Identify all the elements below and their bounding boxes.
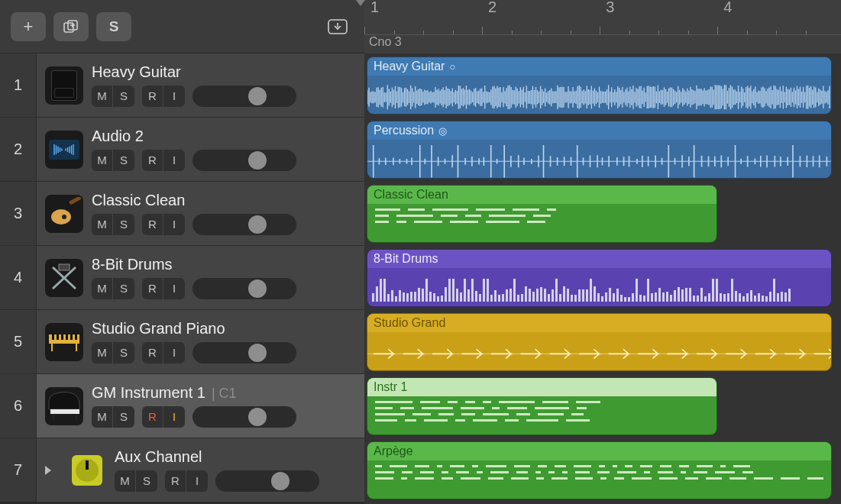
- region-header: Studio Grand: [367, 314, 831, 332]
- track-name[interactable]: Heavy Guitar: [92, 63, 181, 81]
- region[interactable]: 8-Bit Drums: [367, 249, 832, 307]
- mute-button[interactable]: M: [92, 278, 113, 299]
- timeline-ruler[interactable]: 1234 Cno 3: [364, 0, 841, 53]
- track-lane[interactable]: Classic Clean: [364, 182, 841, 246]
- track-icon[interactable]: [60, 438, 115, 502]
- solo-button[interactable]: S: [113, 86, 134, 107]
- region-content: [367, 268, 831, 306]
- track-header[interactable]: 2 Audio 2 M S R I: [0, 118, 364, 182]
- solo-button[interactable]: S: [113, 214, 134, 235]
- solo-button[interactable]: S: [113, 278, 134, 299]
- track-name[interactable]: Aux Channel: [115, 448, 202, 466]
- mute-button[interactable]: M: [92, 406, 113, 428]
- track-header[interactable]: 3 Classic Clean M S R I: [0, 182, 364, 246]
- track-name[interactable]: GM Instrument 1: [92, 384, 205, 402]
- track-icon[interactable]: [37, 310, 92, 373]
- catch-playhead-button[interactable]: [322, 15, 354, 39]
- record-enable-button[interactable]: R: [142, 342, 163, 363]
- record-input-group: R I: [142, 406, 185, 428]
- input-monitor-button[interactable]: I: [163, 278, 185, 299]
- track-number: 3: [0, 182, 37, 245]
- region-header: Arpège: [367, 442, 831, 460]
- add-track-button[interactable]: +: [11, 12, 46, 41]
- record-enable-button[interactable]: R: [142, 86, 163, 107]
- track-header[interactable]: 7 Aux Channel M S R I: [0, 438, 364, 502]
- track-name[interactable]: Classic Clean: [92, 192, 185, 209]
- solo-button[interactable]: S: [113, 342, 134, 363]
- track-expand-toggle[interactable]: [37, 438, 60, 502]
- track-header[interactable]: 4 8-Bit Drums M S R I: [0, 246, 364, 310]
- input-monitor-button[interactable]: I: [163, 406, 185, 428]
- track-lane[interactable]: Arpège: [364, 438, 841, 502]
- svg-rect-24: [57, 334, 59, 340]
- solo-button[interactable]: S: [136, 470, 157, 492]
- record-enable-button[interactable]: R: [142, 150, 163, 171]
- volume-slider[interactable]: [215, 470, 319, 492]
- volume-slider[interactable]: [192, 86, 296, 107]
- track-lane[interactable]: Studio Grand: [364, 310, 841, 374]
- region-loop-icon: ◎: [438, 125, 448, 137]
- track-lane[interactable]: Heavy Guitar ○: [364, 53, 841, 118]
- mute-button[interactable]: M: [92, 214, 113, 235]
- track-name[interactable]: 8-Bit Drums: [92, 256, 173, 273]
- region-label: 8-Bit Drums: [374, 252, 438, 266]
- region-loop-icon: ○: [449, 61, 457, 73]
- record-input-group: R I: [142, 150, 185, 171]
- svg-point-16: [51, 209, 71, 225]
- track-icon[interactable]: [37, 182, 92, 245]
- track-icon[interactable]: [37, 374, 92, 438]
- track-icon[interactable]: [37, 118, 92, 181]
- volume-slider[interactable]: [192, 406, 296, 428]
- record-enable-button[interactable]: R: [165, 470, 186, 492]
- inbox-icon: [328, 19, 348, 34]
- track-header[interactable]: 5 Studio Grand Piano M S R I: [0, 310, 364, 374]
- region[interactable]: Percussion ◎: [367, 121, 832, 179]
- track-lane[interactable]: Instr 1: [364, 374, 841, 438]
- mute-button[interactable]: M: [115, 470, 136, 492]
- track-name[interactable]: Audio 2: [92, 128, 144, 145]
- region[interactable]: Arpège: [367, 441, 832, 499]
- region-header: Instr 1: [367, 378, 716, 396]
- region[interactable]: Heavy Guitar ○: [367, 57, 832, 115]
- track-icon[interactable]: [37, 53, 92, 117]
- region-label: Instr 1: [374, 380, 407, 394]
- duplicate-track-button[interactable]: [53, 12, 89, 41]
- svg-rect-0: [64, 23, 73, 32]
- region[interactable]: Studio Grand: [367, 313, 832, 371]
- global-solo-button[interactable]: S: [96, 12, 131, 41]
- input-monitor-button[interactable]: I: [163, 342, 185, 363]
- track-name[interactable]: Studio Grand Piano: [92, 320, 225, 338]
- track-header[interactable]: 1 Heavy Guitar M S R I: [0, 53, 364, 118]
- mute-solo-group: M S: [92, 86, 134, 107]
- record-enable-button[interactable]: R: [142, 406, 163, 428]
- region-content: [367, 396, 716, 435]
- mute-solo-group: M S: [92, 406, 134, 428]
- record-enable-button[interactable]: R: [142, 278, 163, 299]
- volume-slider[interactable]: [192, 150, 296, 171]
- track-lane[interactable]: Percussion ◎: [364, 118, 841, 182]
- track-lane[interactable]: 8-Bit Drums: [364, 246, 841, 310]
- mute-button[interactable]: M: [92, 342, 113, 363]
- solo-button[interactable]: S: [113, 150, 134, 171]
- mute-button[interactable]: M: [92, 86, 113, 107]
- input-monitor-button[interactable]: I: [163, 214, 185, 235]
- region[interactable]: Classic Clean: [367, 185, 717, 243]
- input-monitor-button[interactable]: I: [163, 86, 185, 107]
- region[interactable]: Instr 1: [367, 377, 717, 435]
- mute-solo-group: M S: [92, 342, 134, 363]
- record-enable-button[interactable]: R: [142, 214, 163, 235]
- input-monitor-button[interactable]: I: [186, 470, 208, 492]
- region-header: 8-Bit Drums: [367, 250, 831, 268]
- track-header[interactable]: 6 GM Instrument 1 | C1 M S R I: [0, 374, 364, 438]
- solo-button[interactable]: S: [113, 406, 134, 428]
- mute-button[interactable]: M: [92, 150, 113, 171]
- region-label: Percussion: [374, 124, 434, 137]
- volume-slider[interactable]: [192, 342, 296, 363]
- input-monitor-button[interactable]: I: [163, 150, 185, 171]
- volume-slider[interactable]: [192, 214, 296, 235]
- svg-rect-28: [75, 334, 77, 340]
- track-number: 6: [0, 374, 37, 438]
- record-input-group: R I: [142, 214, 185, 235]
- track-icon[interactable]: [37, 246, 92, 309]
- volume-slider[interactable]: [192, 278, 296, 299]
